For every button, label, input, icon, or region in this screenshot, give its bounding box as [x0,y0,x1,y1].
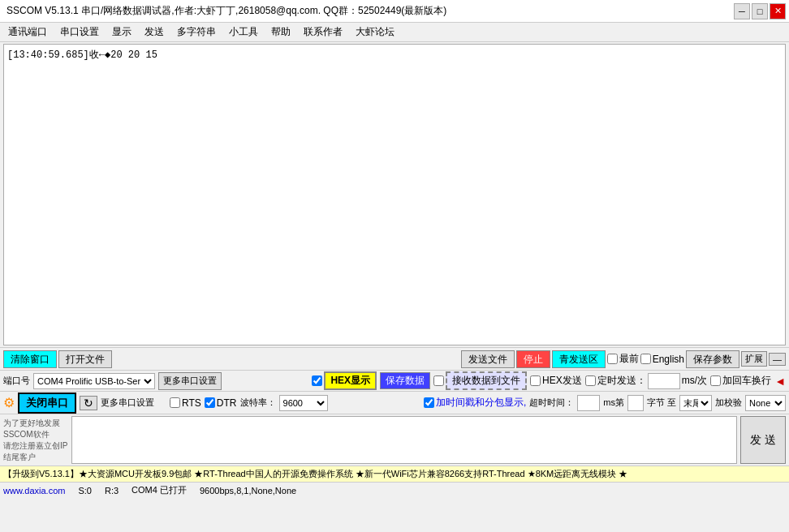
close-button[interactable]: ✕ [770,3,786,19]
port-select[interactable]: COM4 Prolific USB-to-Seria [33,373,155,389]
menu-tools[interactable]: 小工具 [224,24,263,41]
receive-content: [13:40:59.685]收←◆20 20 15 [7,48,782,62]
byte-to-select[interactable]: 末尾 [679,395,712,411]
dtr-group: DTR [205,397,237,409]
dtr-checkbox[interactable] [205,397,215,408]
refresh-button[interactable]: ↻ [80,396,97,410]
menu-send[interactable]: 发送 [140,24,169,41]
timestamp-group: 加时间戳和分包显示, [424,396,526,410]
byte-label: 字节 至 [647,397,676,409]
baud-status: 9600bps,8,1,None,None [200,486,296,496]
timed-send-checkbox[interactable] [585,375,596,386]
last-checkbox-group: 最前 [607,352,639,366]
checksum-label: 加校验 [715,397,742,409]
save-data-button[interactable]: 保存数据 [380,372,430,389]
crlf-checkbox[interactable] [710,375,721,386]
recv-file-checkbox[interactable] [433,375,444,386]
hex-send-label: HEX发送 [542,374,582,388]
byte-from-input[interactable]: 1 [627,395,644,411]
english-label: English [653,354,684,365]
toolbar-row2: 端口号 COM4 Prolific USB-to-Seria 更多串口设置 HE… [0,370,789,391]
toolbar-row3: ⚙ 关闭串口 ↻ 更多串口设置 RTS DTR 波特率： 9600 加时间戳和分… [0,391,789,414]
s-value: S:0 [78,486,92,496]
toolbar-row1: 清除窗口 打开文件 发送文件 停止 青发送区 最前 English 保存参数 扩… [0,347,789,370]
rts-group: RTS [170,397,201,409]
send-file-button[interactable]: 发送文件 [461,350,515,368]
hex-send-checkbox[interactable] [530,375,541,386]
last-label: 最前 [619,352,639,366]
rts-checkbox[interactable] [170,397,180,408]
crlf-group: 加回车换行 [710,374,771,388]
baud-label: 波特率： [240,397,276,409]
save-params-button[interactable]: 保存参数 [686,350,739,368]
gear-icon: ⚙ [3,395,15,410]
maximize-button[interactable]: □ [752,3,768,19]
title-controls: ─ □ ✕ [734,3,786,19]
minus-button[interactable]: — [769,353,786,366]
hex-send-group: HEX发送 [530,374,582,388]
more-settings-text: 更多串口设置 [101,397,154,409]
red-arrow-icon: ◄ [774,375,786,388]
menu-serial-settings[interactable]: 串口设置 [55,24,104,41]
expand-button[interactable]: 扩展 [741,351,767,367]
port-status: COM4 已打开 [132,484,187,496]
timed-send-group: 定时发送： 1000 ms/次 [585,373,707,389]
timed-interval-input[interactable]: 1000 [648,373,680,389]
title-text: SSCOM V5.13.1 串口/网络数据调试器,作者:大虾丁丁,2618058… [6,4,446,18]
ms-label: ms/次 [682,374,707,388]
timeout-label: 超时时间： [529,397,574,409]
more-settings-button[interactable]: 更多串口设置 [158,372,222,390]
clear-window-button[interactable]: 清除窗口 [3,350,57,368]
title-bar: SSCOM V5.13.1 串口/网络数据调试器,作者:大虾丁丁,2618058… [0,0,789,23]
ticker-text: 【升级到V5.13.1】★大资源MCU开发板9.9包邮 ★RT-Thread中国… [3,468,627,480]
baud-select[interactable]: 9600 [279,395,328,411]
ad-line2: 请您注册嘉立创IP结尾客户 [3,440,68,463]
recv-file-group: 接收数据到文件 [433,371,527,390]
timestamp-label: 加时间戳和分包显示, [436,396,526,410]
ad-line1: 为了更好地发展SSCOM软件 [3,418,68,440]
send-text-input[interactable] [71,416,737,464]
timeout-input[interactable]: 20 [577,395,600,411]
recv-file-button[interactable]: 接收数据到文件 [446,371,527,390]
menu-bar: 通讯端口 串口设置 显示 发送 多字符串 小工具 帮助 联系作者 大虾论坛 [0,23,789,42]
stop-button[interactable]: 停止 [516,350,550,368]
checksum-select[interactable]: None [745,395,786,411]
rts-label: RTS [182,397,201,409]
close-port-button[interactable]: 关闭串口 [18,393,76,414]
timestamp-checkbox[interactable] [424,397,434,408]
port-label: 端口号 [3,375,30,387]
english-checkbox[interactable] [640,354,651,364]
open-file-button[interactable]: 打开文件 [58,350,112,368]
hex-show-group: HEX显示 [312,371,377,390]
menu-comm-port[interactable]: 通讯端口 [3,24,52,41]
menu-contact[interactable]: 联系作者 [299,24,347,41]
menu-multistring[interactable]: 多字符串 [172,24,221,41]
menu-display[interactable]: 显示 [107,24,136,41]
send-area-button[interactable]: 青发送区 [552,350,606,368]
hex-show-checkbox[interactable] [312,375,322,386]
hex-show-button[interactable]: HEX显示 [324,371,377,390]
ad-text: 为了更好地发展SSCOM软件 请您注册嘉立创IP结尾客户 [3,416,68,464]
r-value: R:3 [105,486,119,496]
timed-send-label: 定时发送： [597,374,646,388]
status-bar: www.daxia.com S:0 R:3 COM4 已打开 9600bps,8… [0,482,789,498]
send-button[interactable]: 发 送 [740,416,786,464]
last-checkbox[interactable] [607,354,618,364]
minimize-button[interactable]: ─ [734,3,750,19]
menu-help[interactable]: 帮助 [266,24,295,41]
dtr-label: DTR [217,397,237,409]
menu-forum[interactable]: 大虾论坛 [351,24,399,41]
receive-area: [13:40:59.685]收←◆20 20 15 [3,44,786,345]
english-checkbox-group: English [640,354,684,365]
crlf-label: 加回车换行 [722,374,771,388]
send-area-row: 为了更好地发展SSCOM软件 请您注册嘉立创IP结尾客户 发 送 [0,414,789,466]
website-link[interactable]: www.daxia.com [3,486,65,496]
ticker-row: 【升级到V5.13.1】★大资源MCU开发板9.9包邮 ★RT-Thread中国… [0,466,789,482]
ms-label2: ms第 [603,397,624,409]
